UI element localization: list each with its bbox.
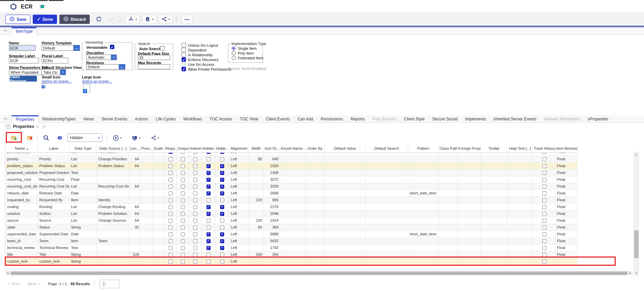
cell-foreign[interactable] [458,169,481,176]
cell-foreign[interactable] [458,183,481,190]
cell-data_type[interactable]: String [70,258,97,265]
cell-order[interactable] [306,251,325,258]
cell-classpath[interactable] [439,169,458,176]
cell-keyed[interactable] [280,176,306,183]
checkbox-track[interactable] [542,153,546,154]
checkbox-uniq[interactable] [181,246,185,250]
cell-uniq[interactable] [177,183,189,190]
cell-prec[interactable] [141,196,153,203]
checkbox-idx[interactable] [193,212,197,216]
cell-defsearch[interactable] [366,162,408,169]
cell-order[interactable] [306,152,325,156]
table-row-priority[interactable]: priorityPriorityListChange Priorities64L… [6,156,578,162]
cell-label[interactable]: Soltion [38,210,70,217]
cell-defsearch[interactable] [366,196,408,203]
cell-foreign[interactable] [458,196,481,203]
checkbox-uniq[interactable] [181,212,185,216]
cell-align[interactable]: Left [229,210,249,217]
cell-align[interactable]: Left [229,203,249,210]
cell-defval[interactable] [325,162,366,169]
cell-order[interactable] [306,156,325,162]
tab-permissions[interactable]: Permissions [317,115,347,122]
cell-name[interactable]: solution [6,210,38,217]
checkbox-uniq[interactable] [181,205,185,209]
checkbox-hid[interactable] [206,239,211,243]
cell-name[interactable]: source [6,217,38,224]
cell-prec[interactable] [141,244,153,251]
cell-data_source[interactable] [97,244,129,251]
checkbox-idx[interactable] [193,219,197,223]
cell-hid2[interactable] [215,169,229,176]
cell-defsearch[interactable] [366,183,408,190]
cell-pattern[interactable] [408,251,439,258]
cell-width[interactable] [249,183,264,190]
cell-hid[interactable] [202,203,215,210]
checkbox-idx[interactable] [193,191,197,195]
cell-defsearch[interactable] [366,210,408,217]
checkbox-uniq[interactable] [181,153,185,154]
cell-behavior[interactable]: Float [556,231,578,237]
checkbox-hid2[interactable] [220,153,224,154]
radio-button[interactable] [232,46,236,50]
cell-align[interactable]: Left [229,176,249,183]
checkbox-req[interactable] [169,232,173,236]
cell-pattern[interactable] [408,237,439,244]
cell-len[interactable]: 64 [129,183,141,190]
checkbox-idx[interactable] [193,164,197,168]
checkbox-uniq[interactable] [181,171,185,175]
col-header-idx[interactable]: Indexed [189,145,202,152]
cell-hid[interactable] [202,251,215,258]
cell-sort[interactable]: 1792 [264,244,280,251]
cell-behavior[interactable] [556,258,578,265]
cell-name[interactable]: permission_id [6,152,38,156]
cell-req[interactable] [164,152,177,156]
cell-order[interactable] [306,183,325,190]
checkbox-hid2[interactable] [220,212,224,216]
cell-uniq[interactable] [177,217,189,224]
cell-hid[interactable] [202,258,215,265]
cell-hid[interactable] [202,169,215,176]
cell-data_type[interactable]: Item [70,196,97,203]
cell-label[interactable]: Problem Status [38,162,70,169]
chevron-down-icon[interactable] [36,125,39,127]
cell-behavior[interactable]: Float [556,217,578,224]
cell-data_source[interactable]: Change Priorities [97,156,129,162]
table-row-state[interactable]: stateStatusString32Left80384Float [6,224,578,231]
cell-classpath[interactable] [439,224,458,231]
cell-hid[interactable] [202,183,215,190]
cell-track[interactable] [533,196,556,203]
cell-prec[interactable] [141,203,153,210]
cell-name[interactable]: release_date [6,190,38,196]
cell-help[interactable] [507,231,533,237]
cell-track[interactable] [533,183,556,190]
cell-hid2[interactable] [215,210,229,217]
checkbox-hid2[interactable] [220,171,224,175]
cell-tooltip[interactable] [481,152,507,156]
cell-keyed[interactable] [280,156,306,162]
checkbox-hid[interactable] [206,191,211,195]
cell-keyed[interactable] [280,210,306,217]
cell-track[interactable] [533,152,556,156]
scroll-up-icon[interactable]: ▴ [633,153,639,156]
cell-len[interactable]: 64 [129,162,141,169]
cell-classpath[interactable] [439,231,458,237]
cell-keyed[interactable] [280,169,306,176]
cell-keyed[interactable] [280,203,306,210]
cell-len[interactable]: 64 [129,156,141,162]
cell-label[interactable]: Superseded Date [38,231,70,237]
cell-pattern[interactable] [408,258,439,265]
cell-hid[interactable] [202,190,215,196]
checkbox-hid[interactable] [206,185,211,189]
cell-pattern[interactable]: short_date_time [408,231,439,237]
tab-workflows[interactable]: Workflows [180,115,206,122]
cell-idx[interactable] [189,237,202,244]
cell-classpath[interactable] [439,190,458,196]
checkbox-uniq[interactable] [181,260,185,264]
cell-uniq[interactable] [177,237,189,244]
cell-data_type[interactable]: Date [70,190,97,196]
checkbox-track[interactable] [542,260,546,264]
history-template-field[interactable] [42,45,74,51]
cell-keyed[interactable] [280,162,306,169]
cell-scale[interactable] [153,258,164,265]
cell-len[interactable] [129,169,141,176]
